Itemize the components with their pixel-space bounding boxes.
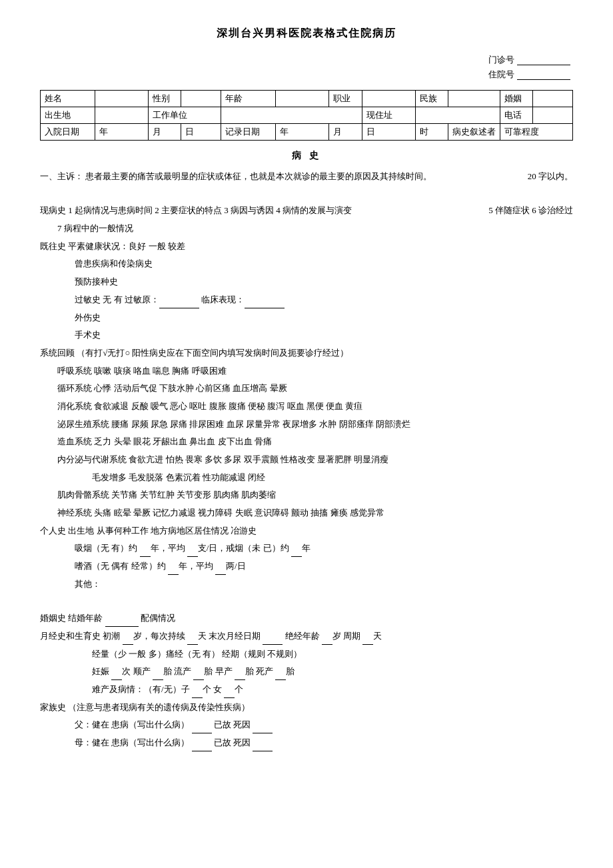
menstrual-row4: 难产及病情：（有/无）子 个 女 个 bbox=[92, 681, 573, 698]
outpatient-blank bbox=[517, 55, 570, 65]
header-row-2: 出生地 工作单位 现住址 电话 bbox=[41, 107, 573, 124]
smoking-amount-blank bbox=[187, 548, 198, 557]
abortion-blank bbox=[193, 671, 204, 680]
header-row-3: 入院日期 年 月 日 记录日期 年 月 日 时 病史叙述者 可靠程度 bbox=[41, 124, 573, 141]
menstrual-text1d: 绝经年龄 bbox=[285, 631, 322, 641]
admission-day: 日 bbox=[181, 124, 221, 141]
menstrual-text1f: 天 bbox=[373, 631, 382, 641]
family-history-label: 家族史 bbox=[40, 702, 66, 712]
normal-delivery-blank bbox=[153, 671, 163, 680]
system-review-label: 系统回顾 bbox=[40, 348, 75, 358]
system-review-row: 系统回顾 （有打√无打○ 阳性病史应在下面空间内填写发病时间及扼要诊疗经过） bbox=[40, 345, 573, 362]
daughter-blank bbox=[224, 689, 235, 698]
other-row: 其他： bbox=[75, 576, 573, 593]
past-history-injury: 外伤史 bbox=[75, 310, 573, 326]
premature-blank bbox=[235, 671, 245, 680]
record-date-label: 记录日期 bbox=[221, 124, 276, 141]
marriage-label: 婚姻 bbox=[500, 91, 532, 107]
cycle-blank bbox=[362, 636, 373, 645]
record-time: 时 bbox=[415, 124, 448, 141]
menstrual-text2: 经量（少 一般 多）痛经（无 有） 经期（规则 不规则） bbox=[92, 649, 302, 659]
past-history-health: 平素健康状况：良好 一般 较差 bbox=[68, 241, 185, 251]
address-label: 现住址 bbox=[362, 107, 415, 124]
digestive-label: 消化系统 bbox=[57, 401, 92, 411]
past-history-disease: 曾患疾病和传染病史 bbox=[75, 256, 573, 272]
musculoskeletal-system: 肌肉骨骼系统 关节痛 关节红肿 关节变形 肌肉痛 肌肉萎缩 bbox=[57, 487, 573, 504]
address-value bbox=[415, 107, 500, 124]
smoking-quit-blank bbox=[291, 548, 302, 557]
nervous-label: 神经系统 bbox=[57, 508, 92, 518]
pregnancy-blank bbox=[111, 671, 122, 680]
historian-label: 病史叙述者 bbox=[448, 124, 500, 141]
pregnancy-text5: 胎 死产 bbox=[245, 666, 276, 676]
past-history-vaccination: 预防接种史 bbox=[75, 274, 573, 290]
musculoskeletal-symptoms: 关节痛 关节红肿 关节变形 肌肉痛 肌肉萎缩 bbox=[111, 490, 276, 500]
inpatient-blank bbox=[517, 69, 570, 80]
top-right-section: 门诊号 住院号 bbox=[40, 54, 573, 83]
outpatient-number-row: 门诊号 bbox=[488, 54, 573, 66]
present-history-label: 现病史 bbox=[40, 205, 66, 215]
present-history-sub: 7 病程中的一般情况 bbox=[57, 220, 573, 237]
duration-blank bbox=[187, 636, 198, 645]
present-history-paragraph: 现病史 1 起病情况与患病时间 2 主要症状的特点 3 病因与诱因 4 病情的发… bbox=[40, 203, 573, 219]
urogenital-symptoms: 腰痛 尿频 尿急 尿痛 排尿困难 血尿 尿量异常 夜尿增多 水肿 阴部瘙痒 阴部… bbox=[111, 419, 410, 429]
marriage-spouse: 配偶情况 bbox=[141, 613, 175, 623]
system-review-note: （有打√无打○ 阳性病史应在下面空间内填写发病时间及扼要诊疗经过） bbox=[77, 348, 348, 358]
section-title-history: 病 史 bbox=[40, 150, 573, 162]
pregnancy-text4: 胎 早产 bbox=[204, 666, 235, 676]
reliability-label: 可靠程度 bbox=[500, 124, 572, 141]
record-day: 日 bbox=[362, 124, 415, 141]
chief-complaint-text: 患者最主要的痛苦或最明显的症状或体征，也就是本次就诊的最主要的原因及其持续时间。 bbox=[85, 171, 432, 181]
past-history-label: 既往史 bbox=[40, 241, 66, 251]
menstrual-label: 月经史和生育史 bbox=[40, 631, 101, 641]
gender-value bbox=[181, 91, 221, 107]
past-history-surgery: 手术史 bbox=[75, 327, 573, 344]
menstrual-text1b: 岁，每次持续 bbox=[133, 631, 187, 641]
present-history-items: 1 起病情况与患病时间 2 主要症状的特点 3 病因与诱因 4 病情的发展与演变 bbox=[68, 205, 352, 215]
pregnancy-text3: 胎 流产 bbox=[163, 666, 194, 676]
past-history-allergy: 过敏史 无 有 过敏原： 临床表现： bbox=[75, 292, 573, 308]
hematopoietic-symptoms: 乏力 头晕 眼花 牙龈出血 鼻出血 皮下出血 骨痛 bbox=[94, 436, 272, 446]
drinking-row: 嗜酒（无 偶有 经常）约 年，平均 两/日 bbox=[75, 558, 573, 575]
allergy-blank1 bbox=[159, 299, 199, 308]
father-text: 父：健在 患病（写出什么病） bbox=[75, 719, 189, 729]
cardiovascular-symptoms: 心悸 活动后气促 下肢水肿 心前区痛 血压增高 晕厥 bbox=[94, 383, 287, 393]
pregnancy-text: 妊娠 bbox=[92, 666, 111, 676]
endocrine-system: 内分泌与代谢系统 食欲亢进 怕热 畏寒 多饮 多尿 双手震颤 性格改变 显著肥胖… bbox=[57, 452, 573, 468]
urogenital-label: 泌尿生殖系统 bbox=[57, 419, 109, 429]
digestive-system: 消化系统 食欲减退 反酸 嗳气 恶心 呕吐 腹胀 腹痛 便秘 腹泻 呕血 黑便 … bbox=[57, 398, 573, 415]
difficult-delivery-text: 难产及病情：（有/无）子 bbox=[92, 684, 192, 694]
digestive-symptoms: 食欲减退 反酸 嗳气 恶心 呕吐 腹胀 腹痛 便秘 腹泻 呕血 黑便 便血 黄疸 bbox=[94, 401, 362, 411]
chief-complaint-paragraph: 一、主诉： 患者最主要的痛苦或最明显的症状或体征，也就是本次就诊的最主要的原因及… bbox=[40, 169, 573, 185]
personal-history-text: 出生地 从事何种工作 地方病地区居住情况 冶游史 bbox=[68, 526, 257, 536]
smoking-text: 吸烟（无 有）约 bbox=[75, 543, 140, 553]
admission-date-label: 入院日期 bbox=[41, 124, 95, 141]
last-period-blank bbox=[263, 636, 283, 645]
father-death-blank bbox=[253, 724, 273, 733]
family-history-label-row: 家族史 （注意与患者现病有关的遗传病及传染性疾病） bbox=[40, 699, 573, 716]
drinking-text: 嗜酒（无 偶有 经常）约 bbox=[75, 561, 168, 571]
allergy-blank2 bbox=[245, 299, 285, 308]
pregnancy-text6: 胎 bbox=[286, 666, 295, 676]
personal-history-row: 个人史 出生地 从事何种工作 地方病地区居住情况 冶游史 bbox=[40, 523, 573, 540]
age-value bbox=[276, 91, 329, 107]
menstrual-text1e: 岁 周期 bbox=[332, 631, 363, 641]
marriage-age: 结婚年龄 bbox=[68, 613, 103, 623]
ethnicity-value bbox=[448, 91, 500, 107]
menopause-blank bbox=[322, 636, 332, 645]
ethnicity-label: 民族 bbox=[415, 91, 448, 107]
respiratory-symptoms: 咳嗽 咳痰 咯血 喘息 胸痛 呼吸困难 bbox=[94, 366, 226, 376]
age-label: 年龄 bbox=[221, 91, 276, 107]
pregnancy-text2: 次 顺产 bbox=[122, 666, 153, 676]
mother-death-blank bbox=[253, 742, 273, 751]
difficult-delivery-text3: 个 bbox=[235, 684, 243, 694]
name-value bbox=[95, 91, 149, 107]
past-history-label-row: 既往史 平素健康状况：良好 一般 较差 bbox=[40, 238, 573, 255]
menarche-blank bbox=[123, 636, 133, 645]
nervous-system: 神经系统 头痛 眩晕 晕厥 记忆力减退 视力障碍 失眠 意识障碍 颤动 抽搐 瘫… bbox=[57, 505, 573, 522]
present-history-right: 5 伴随症状 6 诊治经过 bbox=[488, 203, 573, 219]
son-blank bbox=[192, 689, 203, 698]
father-row: 父：健在 患病（写出什么病） 已故 死因 bbox=[75, 717, 573, 733]
inpatient-label: 住院号 bbox=[488, 69, 514, 81]
mother-disease-blank bbox=[192, 742, 212, 751]
